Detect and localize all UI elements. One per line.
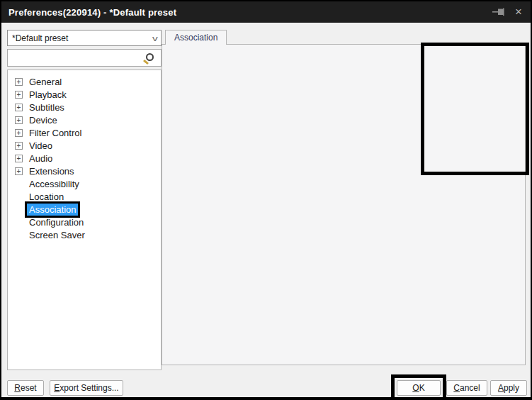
tree-item-label: Association <box>27 204 78 216</box>
tree-item-label: Accessibility <box>27 178 81 190</box>
preset-dropdown-value: *Default preset <box>12 33 153 43</box>
expand-plus-icon[interactable]: + <box>15 167 23 175</box>
settings-tree[interactable]: + General + Playback + Subtitles + Devic… <box>7 70 162 370</box>
search-icon[interactable] <box>146 53 154 61</box>
reset-button[interactable]: Reset <box>7 380 44 396</box>
titlebar[interactable]: Preferences(220914) - *Default preset × <box>1 1 531 23</box>
expand-plus-icon[interactable]: + <box>15 104 23 111</box>
apply-button[interactable]: Apply <box>490 380 527 396</box>
tree-item-label: Device <box>27 114 60 126</box>
pin-icon[interactable] <box>492 7 505 17</box>
search-input[interactable] <box>11 51 142 65</box>
tree-item[interactable]: + Filter Control <box>8 126 161 139</box>
tree-item-label: Subtitles <box>27 101 67 113</box>
tree-item[interactable]: + Location <box>8 190 161 203</box>
search-box[interactable] <box>7 49 162 67</box>
tree-item[interactable]: + Configuration <box>8 216 161 228</box>
tree-item[interactable]: + Association <box>8 203 161 216</box>
expand-plus-icon[interactable]: + <box>15 155 23 162</box>
tree-item-label: Extensions <box>27 165 77 177</box>
chevron-down-icon: v <box>152 34 157 43</box>
tree-item-label: Location <box>27 191 66 203</box>
cancel-button[interactable]: Cancel <box>446 380 487 396</box>
expand-plus-icon[interactable]: + <box>15 142 23 150</box>
tree-item[interactable]: + Screen Saver <box>8 228 161 241</box>
tree-item[interactable]: + Accessibility <box>8 177 161 190</box>
tree-item[interactable]: + Playback <box>8 88 161 101</box>
tree-item-label: Configuration <box>27 216 86 228</box>
tree-item[interactable]: + Extensions <box>8 165 161 177</box>
expand-plus-icon[interactable]: + <box>15 129 23 137</box>
export-settings-button[interactable]: Export Settings... <box>50 380 123 396</box>
expand-plus-icon[interactable]: + <box>15 91 23 99</box>
tree-item-label: General <box>27 76 64 88</box>
tree-item[interactable]: + General <box>8 75 161 88</box>
association-panel <box>162 44 526 365</box>
tree-item-label: Video <box>27 140 55 152</box>
tree-item-label: Screen Saver <box>27 229 87 241</box>
tree-item-label: Audio <box>27 152 55 165</box>
tab-association[interactable]: Association <box>165 30 227 45</box>
tree-item-label: Filter Control <box>27 127 84 139</box>
window-title: Preferences(220914) - *Default preset <box>1 7 176 18</box>
expand-plus-icon[interactable]: + <box>15 116 23 124</box>
tree-item[interactable]: + Video <box>8 139 161 152</box>
tree-item[interactable]: + Audio <box>8 152 161 165</box>
preset-dropdown[interactable]: *Default preset v <box>7 30 162 46</box>
ok-button[interactable]: OK <box>397 380 441 396</box>
tree-item[interactable]: + Device <box>8 113 161 126</box>
tab-label: Association <box>174 33 217 43</box>
expand-plus-icon[interactable]: + <box>15 78 23 86</box>
close-icon[interactable]: × <box>515 7 522 17</box>
tree-item-label: Playback <box>27 89 69 101</box>
tree-item[interactable]: + Subtitles <box>8 101 161 113</box>
preferences-dialog: Preferences(220914) - *Default preset × … <box>0 0 532 400</box>
